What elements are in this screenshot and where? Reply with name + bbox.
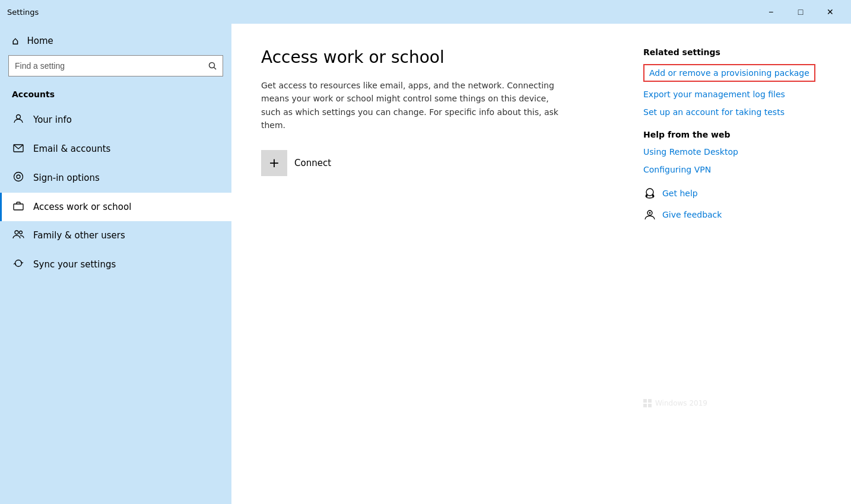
maximize-button[interactable]: □ (787, 2, 814, 21)
search-icon (208, 62, 217, 70)
email-accounts-label: Email & accounts (33, 143, 110, 154)
briefcase-icon (12, 201, 25, 213)
sidebar-item-access-work-school[interactable]: Access work or school (0, 193, 231, 221)
connect-plus-icon[interactable]: + (261, 150, 287, 176)
connect-button[interactable]: + Connect (261, 150, 608, 176)
sidebar-section-title: Accounts (0, 86, 231, 105)
setup-tests-link[interactable]: Set up an account for taking tests (643, 107, 821, 117)
svg-point-5 (17, 175, 20, 178)
app-body: ⌂ Home Accounts Your info (0, 24, 851, 504)
svg-line-1 (214, 68, 217, 70)
content-area: Access work or school Get access to reso… (261, 47, 608, 480)
home-icon: ⌂ (12, 34, 18, 47)
sign-in-label: Sign-in options (33, 173, 100, 183)
sign-in-icon (12, 171, 25, 184)
windows-watermark: Windows 2019 (643, 399, 821, 407)
email-icon (12, 143, 25, 155)
get-help-item[interactable]: Get help (643, 187, 821, 200)
get-help-link[interactable]: Get help (662, 189, 698, 198)
svg-point-9 (646, 189, 653, 196)
search-box (8, 55, 223, 76)
svg-point-13 (649, 212, 651, 213)
sidebar-item-your-info[interactable]: Your info (0, 105, 231, 135)
connect-label: Connect (294, 158, 331, 168)
svg-rect-17 (648, 404, 652, 407)
search-button[interactable] (202, 55, 223, 76)
family-users-label: Family & other users (33, 230, 125, 241)
sidebar-item-home[interactable]: ⌂ Home (0, 24, 231, 55)
app-title: Settings (7, 8, 39, 17)
sync-label: Sync your settings (33, 259, 116, 270)
svg-point-0 (209, 63, 215, 68)
help-web-title: Help from the web (643, 130, 821, 139)
main-content: Access work or school Get access to reso… (231, 24, 851, 504)
provisioning-link[interactable]: Add or remove a provisioning package (643, 64, 815, 82)
svg-rect-16 (643, 404, 647, 407)
svg-point-7 (15, 231, 18, 234)
svg-rect-6 (14, 204, 23, 210)
svg-rect-15 (648, 399, 652, 403)
give-feedback-link[interactable]: Give feedback (662, 210, 722, 219)
sidebar-item-sync-settings[interactable]: Sync your settings (0, 250, 231, 279)
window-controls: − □ ✕ (757, 2, 844, 21)
vpn-link[interactable]: Configuring VPN (643, 164, 821, 175)
sidebar-item-email-accounts[interactable]: Email & accounts (0, 135, 231, 163)
export-log-link[interactable]: Export your management log files (643, 89, 821, 100)
sync-icon (12, 258, 25, 271)
svg-point-8 (20, 231, 23, 234)
your-info-label: Your info (33, 114, 72, 125)
sidebar: ⌂ Home Accounts Your info (0, 24, 231, 504)
page-title: Access work or school (261, 47, 608, 67)
person-icon (12, 113, 25, 126)
close-button[interactable]: ✕ (817, 2, 844, 21)
sidebar-item-sign-in-options[interactable]: Sign-in options (0, 163, 231, 193)
family-icon (12, 229, 25, 241)
give-feedback-item[interactable]: Give feedback (643, 208, 821, 221)
related-settings-title: Related settings (643, 47, 821, 57)
svg-rect-14 (643, 399, 647, 403)
svg-point-4 (14, 173, 23, 181)
sidebar-item-family-users[interactable]: Family & other users (0, 221, 231, 250)
sidebar-home-label: Home (27, 36, 53, 46)
page-description: Get access to resources like email, apps… (261, 79, 570, 132)
access-work-label: Access work or school (33, 202, 131, 212)
search-input[interactable] (8, 55, 223, 76)
feedback-icon (643, 208, 656, 221)
right-panel: Related settings Add or remove a provisi… (643, 47, 821, 480)
watermark-text: Windows 2019 (655, 399, 707, 407)
title-bar: Settings − □ ✕ (0, 0, 851, 24)
headset-icon (643, 187, 656, 200)
svg-point-2 (17, 115, 21, 119)
minimize-button[interactable]: − (757, 2, 785, 21)
remote-desktop-link[interactable]: Using Remote Desktop (643, 146, 821, 157)
